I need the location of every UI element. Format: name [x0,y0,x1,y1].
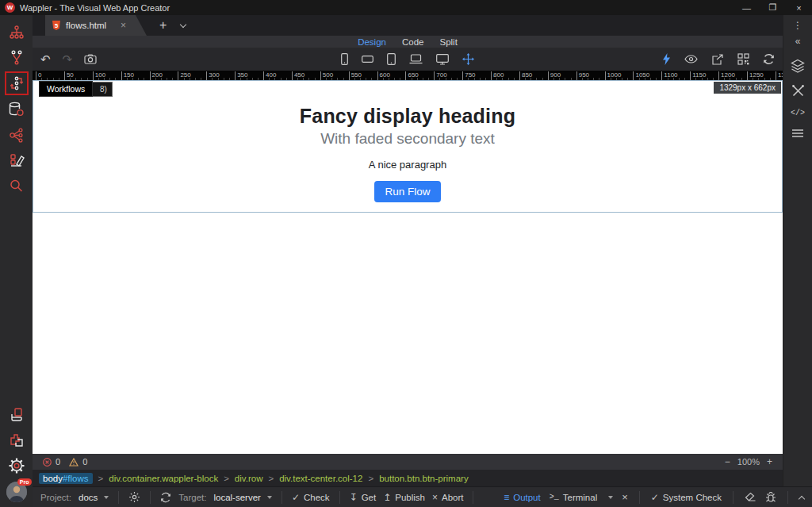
zoom-out-button[interactable]: − [725,456,730,467]
warnings-icon[interactable] [69,458,79,467]
errors-icon[interactable] [43,458,52,467]
tab-flows-html[interactable]: 5 flows.html × [45,15,147,36]
breadcrumb-item[interactable]: div.row [235,474,263,483]
download-icon: ↧ [350,492,358,503]
zoom-in-button[interactable]: + [767,456,772,467]
ruler-tick-label: 1300 [776,71,783,80]
ruler-tick-label: 1250 [747,71,764,80]
abort-button[interactable]: × Abort [432,492,464,503]
ruler-tick-label: 150 [121,71,134,80]
screenshot-icon[interactable] [84,54,97,64]
design-canvas[interactable]: 8) Workflows 1329px x 662px Fancy displa… [33,80,783,454]
sync-icon[interactable] [160,492,171,503]
workflows-tooltip: Workflows [39,81,93,97]
clean-eraser-icon[interactable] [745,492,756,502]
ruler-tick-label: 350 [235,71,247,80]
tab-list-dropdown[interactable] [181,15,186,36]
output-button[interactable]: ≡ Output [504,492,541,503]
bottom-toolbar: Project: docs Target: local-server ✓ [33,486,812,507]
find-icon[interactable] [5,175,29,196]
publish-button[interactable]: ↥ Publish [383,492,425,503]
check-button[interactable]: ✓ Check [292,492,330,503]
code-panel-icon[interactable]: </> [791,109,805,117]
preview-eye-icon[interactable] [684,55,698,63]
breadcrumb-item[interactable]: div.container.wappler-block [109,474,218,483]
close-panel-icon[interactable]: × [622,491,628,503]
app-structure-icon[interactable] [5,21,29,42]
tab-close-icon[interactable]: × [121,20,126,31]
canvas-heading[interactable]: Fancy display heading [33,105,783,128]
get-button[interactable]: ↧ Get [350,492,377,503]
device-tablet-icon[interactable] [387,53,396,65]
output-label: Output [513,493,541,502]
app-connect-icon[interactable] [662,53,671,65]
maximize-button[interactable]: ❐ [760,0,786,15]
check-icon: ✓ [292,492,300,503]
refresh-icon[interactable] [763,53,775,65]
device-laptop-icon[interactable] [409,54,423,64]
open-in-browser-icon[interactable] [711,54,724,65]
run-flow-button[interactable]: Run Flow [374,181,440,202]
breadcrumb-separator: > [368,474,373,483]
minimize-button[interactable]: — [733,0,760,15]
breadcrumb-item[interactable]: body#flows [39,473,93,484]
zoom-level: 100% [737,457,760,467]
workflows-icon[interactable] [5,71,29,95]
status-bar: 0 0 − 100% + [33,454,783,470]
check-icon: ✓ [651,492,659,503]
undo-icon[interactable]: ↶ [40,53,51,65]
redo-icon[interactable]: ↷ [63,53,73,65]
settings-gear-icon[interactable] [5,455,29,476]
view-mode-bar: Design Code Split [33,36,783,48]
api-connections-icon[interactable] [5,125,29,145]
device-desktop-icon[interactable] [436,54,449,65]
installer-icon[interactable] [5,405,29,425]
caret-down-icon [267,496,272,499]
window-title: Wappler - The Visual Web App Creator [20,3,170,13]
system-check-button[interactable]: ✓ System Check [651,492,722,503]
terminal-dropdown-icon[interactable] [608,496,613,499]
styles-icon[interactable] [5,150,29,171]
terminal-button[interactable]: >_ Terminal [550,493,597,502]
collapse-panel-icon[interactable]: « [795,36,801,48]
qr-preview-icon[interactable] [737,53,749,65]
elements-layers-icon[interactable] [791,59,805,73]
html5-file-icon: 5 [52,21,60,30]
panel-menu-icon[interactable]: ⋮ [793,15,802,36]
warnings-count: 0 [82,457,87,467]
ruler-tick-label: 250 [178,71,190,80]
user-avatar[interactable]: Pro [6,482,27,502]
tab-design[interactable]: Design [358,37,386,47]
new-tab-button[interactable]: + [159,15,167,36]
design-tools-icon[interactable] [791,84,805,98]
close-button[interactable]: × [786,0,812,15]
breadcrumb-item[interactable]: button.btn.btn-primary [379,474,469,483]
expand-panel-icon[interactable] [799,494,804,501]
tab-split[interactable]: Split [439,37,457,47]
ruler-tick-label: 650 [405,71,418,80]
caret-down-icon [104,496,109,499]
device-phone-landscape-icon[interactable] [362,56,373,63]
properties-menu-icon[interactable] [791,129,804,138]
extensions-icon[interactable] [5,430,29,451]
debug-bug-icon[interactable] [765,492,776,503]
tab-bar: 5 flows.html × + [33,15,783,36]
device-phone-icon[interactable] [341,53,348,65]
left-sidebar: Pro [0,15,33,507]
breadcrumb-item[interactable]: div.text-center.col-12 [279,474,362,483]
tab-label: flows.html [66,21,106,30]
horizontal-ruler: 0501001502002503003504004505005506006507… [33,71,783,80]
project-settings-icon[interactable] [128,491,140,503]
breadcrumb-separator: > [224,474,229,483]
terminal-label: Terminal [563,493,597,502]
check-label: Check [304,493,330,502]
database-icon[interactable] [5,99,29,120]
full-width-icon[interactable] [462,53,474,65]
tab-code[interactable]: Code [402,37,424,47]
app-flows-icon[interactable] [5,47,29,67]
canvas-paragraph[interactable]: A nice paragraph [33,159,783,171]
errors-count: 0 [56,457,60,467]
canvas-subheading[interactable]: With faded secondary text [33,130,783,148]
target-selector[interactable]: local-server [213,493,271,502]
project-selector[interactable]: docs [79,493,109,502]
